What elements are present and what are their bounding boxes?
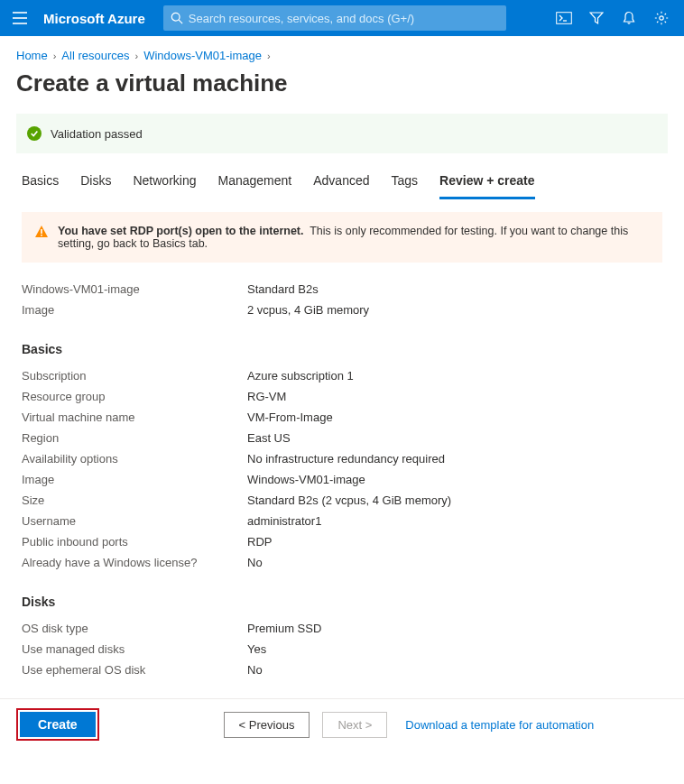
table-row: Public inbound portsRDP: [22, 531, 662, 552]
warning-text: You have set RDP port(s) open to the int…: [58, 225, 650, 250]
prop-val: RDP: [247, 535, 272, 549]
prop-val: Standard B2s (2 vcpus, 4 GiB memory): [247, 493, 451, 507]
menu-icon[interactable]: [7, 12, 32, 24]
table-row: OS disk typePremium SSD: [22, 618, 662, 639]
section-title-disks: Disks: [22, 595, 662, 609]
chevron-right-icon: ›: [267, 51, 271, 61]
tab-disks[interactable]: Disks: [80, 166, 111, 199]
table-row: Virtual machine nameVM-From-Image: [22, 407, 662, 428]
svg-point-8: [660, 16, 663, 20]
section-title-basics: Basics: [22, 342, 662, 356]
filter-icon[interactable]: [588, 10, 605, 26]
next-button: Next >: [322, 712, 387, 738]
tab-review-create[interactable]: Review + create: [439, 166, 534, 199]
download-template-link[interactable]: Download a template for automation: [405, 718, 594, 732]
prop-key: Resource group: [22, 390, 247, 403]
table-row: Use ephemeral OS diskNo: [22, 659, 662, 680]
prop-val: No: [247, 556, 263, 569]
table-row: ImageWindows-VM01-image: [22, 469, 662, 490]
prop-key: Availability options: [22, 452, 247, 466]
prop-key: Use ephemeral OS disk: [22, 663, 247, 677]
prop-val: Yes: [247, 642, 266, 656]
table-row: SubscriptionAzure subscription 1: [22, 365, 662, 386]
summary-key: Windows-VM01-image: [22, 282, 247, 296]
prop-key: Subscription: [22, 369, 247, 383]
prop-val: No: [247, 663, 263, 677]
notifications-icon[interactable]: [621, 10, 637, 26]
search-icon: [171, 12, 183, 24]
prop-key: Use managed disks: [22, 642, 247, 656]
footer-bar: Create < Previous Next > Download a temp…: [0, 698, 684, 750]
warning-icon: [34, 225, 49, 250]
table-row: Availability optionsNo infrastructure re…: [22, 448, 662, 469]
tab-advanced[interactable]: Advanced: [313, 166, 369, 199]
warning-banner: You have set RDP port(s) open to the int…: [22, 212, 662, 263]
svg-line-4: [179, 20, 182, 23]
top-icon-group: [556, 10, 677, 26]
prop-val: Premium SSD: [247, 622, 321, 635]
breadcrumb: Home › All resources › Windows-VM01-imag…: [0, 36, 684, 64]
chevron-right-icon: ›: [53, 51, 57, 61]
table-row: RegionEast US: [22, 428, 662, 448]
validation-text: Validation passed: [51, 127, 143, 141]
prop-key: Image: [22, 473, 247, 486]
brand-label[interactable]: Microsoft Azure: [43, 11, 145, 26]
breadcrumb-home[interactable]: Home: [16, 49, 48, 62]
breadcrumb-all-resources[interactable]: All resources: [61, 49, 129, 62]
prop-key: Public inbound ports: [22, 535, 247, 549]
prop-key: Already have a Windows license?: [22, 556, 247, 569]
validation-banner: Validation passed: [16, 114, 668, 153]
summary-row: Windows-VM01-image Standard B2s: [22, 279, 662, 300]
top-bar: Microsoft Azure: [0, 0, 684, 36]
prop-val: RG-VM: [247, 390, 286, 403]
prop-val: East US: [247, 431, 291, 445]
table-row: Usernameadministrator1: [22, 511, 662, 531]
warning-bold: You have set RDP port(s) open to the int…: [58, 225, 303, 237]
prop-key: Username: [22, 514, 247, 528]
section-basics: Basics SubscriptionAzure subscription 1 …: [0, 342, 684, 582]
prop-val: Azure subscription 1: [247, 369, 354, 383]
section-disks: Disks OS disk typePremium SSD Use manage…: [0, 595, 684, 698]
table-row: SizeStandard B2s (2 vcpus, 4 GiB memory): [22, 490, 662, 511]
chevron-right-icon: ›: [135, 51, 139, 61]
previous-button[interactable]: < Previous: [224, 712, 310, 738]
tab-management[interactable]: Management: [218, 166, 292, 199]
summary-val: 2 vcpus, 4 GiB memory: [247, 303, 369, 317]
prop-key: Size: [22, 493, 247, 507]
prop-key: OS disk type: [22, 622, 247, 635]
page-title: Create a virtual machine: [0, 64, 684, 114]
table-row: Use managed disksYes: [22, 639, 662, 659]
summary-val: Standard B2s: [247, 282, 319, 296]
summary-row: Image 2 vcpus, 4 GiB memory: [22, 300, 662, 320]
summary-top: Windows-VM01-image Standard B2s Image 2 …: [0, 279, 684, 329]
table-row: Resource groupRG-VM: [22, 386, 662, 407]
tab-networking[interactable]: Networking: [133, 166, 196, 199]
tab-basics[interactable]: Basics: [22, 166, 59, 199]
prop-val: administrator1: [247, 514, 321, 528]
svg-rect-11: [41, 235, 42, 236]
prop-val: No infrastructure redundancy required: [247, 452, 445, 466]
svg-rect-5: [557, 13, 572, 24]
svg-marker-7: [590, 13, 603, 23]
create-highlight: Create: [16, 708, 99, 741]
create-button[interactable]: Create: [20, 712, 96, 737]
settings-icon[interactable]: [653, 10, 670, 26]
prop-val: VM-From-Image: [247, 410, 333, 424]
svg-point-3: [171, 13, 180, 21]
breadcrumb-resource[interactable]: Windows-VM01-image: [143, 49, 262, 62]
summary-key: Image: [22, 303, 247, 317]
prop-val: Windows-VM01-image: [247, 473, 365, 486]
prop-key: Region: [22, 431, 247, 445]
search-input[interactable]: [189, 12, 499, 25]
prop-key: Virtual machine name: [22, 410, 247, 424]
tab-tags[interactable]: Tags: [392, 166, 419, 199]
table-row: Already have a Windows license?No: [22, 552, 662, 573]
search-box[interactable]: [163, 5, 506, 31]
svg-rect-10: [41, 229, 42, 234]
tab-bar: Basics Disks Networking Management Advan…: [0, 166, 684, 199]
success-icon: [27, 126, 42, 141]
cloud-shell-icon[interactable]: [556, 10, 572, 26]
